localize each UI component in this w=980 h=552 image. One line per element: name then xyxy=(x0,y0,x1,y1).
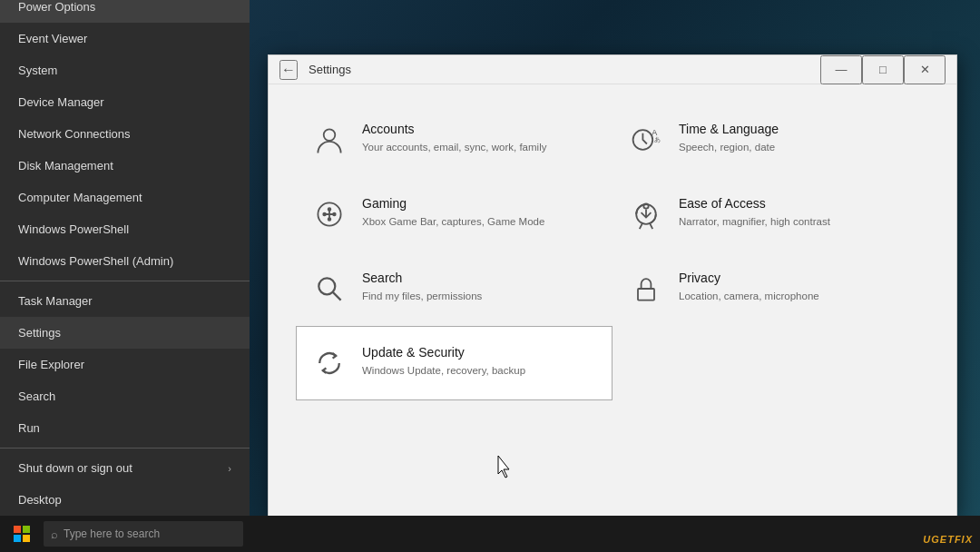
svg-rect-17 xyxy=(23,535,30,542)
menu-item-windows-powershell[interactable]: Windows PowerShell xyxy=(0,213,250,245)
accounts-text: Accounts Your accounts, email, sync, wor… xyxy=(362,122,546,154)
privacy-text: Privacy Location, camera, microphone xyxy=(679,271,819,303)
svg-line-12 xyxy=(333,292,341,301)
menu-item-device-manager[interactable]: Device Manager xyxy=(0,86,250,118)
menu-item-system[interactable]: System xyxy=(0,54,250,86)
menu-item-windows-powershell-admin[interactable]: Windows PowerShell (Admin) xyxy=(0,245,250,277)
ease-of-access-text: Ease of Access Narrator, magnifier, high… xyxy=(679,196,830,229)
svg-rect-14 xyxy=(14,526,21,533)
svg-point-0 xyxy=(324,129,336,141)
search-icon xyxy=(311,271,348,307)
svg-rect-13 xyxy=(638,289,654,301)
settings-grid: Accounts Your accounts, email, sync, wor… xyxy=(296,103,929,400)
minimize-button[interactable]: — xyxy=(820,55,862,84)
divider-2 xyxy=(0,448,250,448)
menu-item-desktop[interactable]: Desktop xyxy=(0,484,250,516)
menu-item-task-manager[interactable]: Task Manager xyxy=(0,285,250,317)
divider-1 xyxy=(0,281,250,281)
window-controls: — □ ✕ xyxy=(820,55,946,84)
menu-item-settings[interactable]: Settings xyxy=(0,317,250,349)
menu-item-computer-management[interactable]: Computer Management xyxy=(0,182,250,213)
svg-point-5 xyxy=(323,213,326,216)
svg-point-7 xyxy=(328,208,331,211)
gaming-text: Gaming Xbox Game Bar, captures, Game Mod… xyxy=(362,196,544,229)
settings-item-ease-of-access[interactable]: Ease of Access Narrator, magnifier, high… xyxy=(612,177,929,251)
settings-item-search[interactable]: Search Find my files, permissions xyxy=(296,251,612,326)
menu-item-shut-down[interactable]: Shut down or sign out › xyxy=(0,452,250,484)
svg-rect-15 xyxy=(23,526,30,533)
svg-point-11 xyxy=(318,278,335,294)
window-title: Settings xyxy=(309,63,820,76)
svg-point-8 xyxy=(328,218,331,221)
time-language-icon: A あ xyxy=(628,122,664,158)
svg-text:あ: あ xyxy=(654,135,661,143)
context-menu: Apps and Features Power Options Event Vi… xyxy=(0,0,250,516)
menu-item-network-connections[interactable]: Network Connections xyxy=(0,118,250,150)
menu-item-power-options[interactable]: Power Options xyxy=(0,0,250,23)
settings-item-update-security[interactable]: Update & Security Windows Update, recove… xyxy=(296,326,612,400)
menu-item-search[interactable]: Search xyxy=(0,380,250,412)
settings-item-privacy[interactable]: Privacy Location, camera, microphone xyxy=(612,251,929,326)
settings-item-accounts[interactable]: Accounts Your accounts, email, sync, wor… xyxy=(296,103,612,177)
start-button[interactable] xyxy=(0,516,44,552)
settings-content: Accounts Your accounts, email, sync, wor… xyxy=(269,84,956,517)
gaming-icon xyxy=(311,196,348,232)
menu-item-disk-management[interactable]: Disk Management xyxy=(0,150,250,182)
settings-item-gaming[interactable]: Gaming Xbox Game Bar, captures, Game Mod… xyxy=(296,177,612,251)
svg-point-6 xyxy=(333,213,336,216)
svg-rect-16 xyxy=(14,535,21,542)
menu-item-file-explorer[interactable]: File Explorer xyxy=(0,349,250,380)
arrow-icon: › xyxy=(228,463,231,474)
settings-window: ← Settings — □ ✕ Ac xyxy=(268,54,957,518)
menu-item-run[interactable]: Run xyxy=(0,412,250,444)
settings-item-time-language[interactable]: A あ Time & Language Speech, region, date xyxy=(612,103,929,177)
update-security-text: Update & Security Windows Update, recove… xyxy=(362,345,525,378)
close-button[interactable]: ✕ xyxy=(904,55,946,84)
titlebar: ← Settings — □ ✕ xyxy=(269,55,956,84)
privacy-icon xyxy=(628,271,664,307)
maximize-button[interactable]: □ xyxy=(862,55,904,84)
menu-item-event-viewer[interactable]: Event Viewer xyxy=(0,23,250,54)
back-button[interactable]: ← xyxy=(279,60,298,80)
taskbar-search-bar[interactable]: ⌕ Type here to search xyxy=(44,521,243,547)
ease-of-access-icon xyxy=(628,196,664,232)
accounts-icon xyxy=(311,122,348,158)
time-language-text: Time & Language Speech, region, date xyxy=(679,122,779,154)
update-security-icon xyxy=(311,345,348,381)
taskbar-search-text: Type here to search xyxy=(64,527,160,540)
search-text: Search Find my files, permissions xyxy=(362,271,482,303)
taskbar: ⌕ Type here to search UGETFIX xyxy=(0,516,980,552)
brand-label: UGETFIX xyxy=(923,534,973,545)
desktop: Apps and Features Power Options Event Vi… xyxy=(0,0,980,552)
taskbar-search-icon: ⌕ xyxy=(51,527,58,541)
